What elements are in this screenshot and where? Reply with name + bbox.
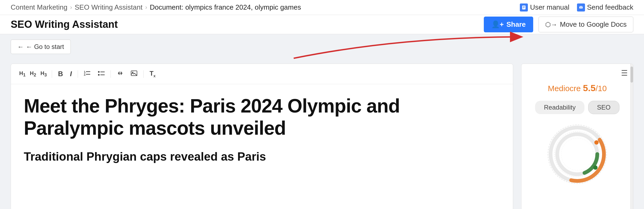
hamburger-menu-icon[interactable]: ☰	[621, 69, 628, 78]
h1-button[interactable]: H1	[17, 69, 28, 79]
italic-button[interactable]: I	[67, 68, 74, 80]
gauge-svg	[535, 117, 620, 186]
score-display: Mediocre 5.5/10	[528, 83, 627, 93]
go-to-start-bar: ← ← Go to start	[0, 34, 644, 54]
scrollbar-thumb[interactable]	[630, 67, 633, 83]
svg-point-11	[98, 74, 100, 76]
heading-buttons: H1 H2 H3	[17, 69, 49, 79]
arrow-left-icon: ←	[17, 43, 24, 51]
image-button[interactable]	[128, 69, 140, 79]
svg-point-23	[593, 165, 598, 170]
breadcrumb-part2[interactable]: SEO Writing Assistant	[75, 3, 143, 11]
breadcrumb-part1[interactable]: Content Marketing	[11, 3, 67, 11]
editor-toolbar: H1 H2 H3 B I 1. 2.	[11, 64, 513, 84]
user-manual-label: User manual	[530, 3, 569, 11]
share-icon: 👤+	[491, 20, 504, 29]
svg-text:2.: 2.	[84, 73, 86, 76]
tab-readability[interactable]: Readability	[535, 101, 584, 114]
svg-point-22	[594, 140, 599, 145]
send-feedback-label: Send feedback	[587, 3, 633, 11]
clear-format-button[interactable]: Tx	[147, 68, 158, 80]
h3-button[interactable]: H3	[38, 69, 49, 79]
ordered-list-icon: 1. 2.	[84, 70, 91, 76]
seo-label: SEO	[597, 104, 611, 111]
breadcrumb-current: Document: olympics france 2024, olympic …	[150, 3, 301, 11]
score-tabs: Readability SEO	[521, 101, 633, 114]
editor-panel: H1 H2 H3 B I 1. 2.	[11, 64, 513, 209]
toolbar-separator-1	[52, 70, 52, 78]
h2-button[interactable]: H2	[28, 69, 38, 79]
breadcrumb-sep1: ›	[70, 4, 72, 11]
bold-button[interactable]: B	[55, 68, 66, 80]
google-docs-icon: ⬡→	[545, 21, 557, 28]
svg-point-9	[98, 71, 100, 73]
readability-label: Readability	[544, 104, 576, 111]
top-nav-actions: User manual Send feedback	[520, 3, 633, 11]
editor-title: Meet the Phryges: Paris 2024 Olympic and…	[24, 95, 500, 139]
send-feedback-link[interactable]: Send feedback	[577, 3, 633, 11]
unordered-list-icon	[98, 70, 105, 76]
google-docs-button[interactable]: ⬡→ Move to Google Docs	[539, 17, 633, 32]
right-panel: ☰ Mediocre 5.5/10 Readability SEO	[521, 64, 633, 209]
breadcrumb: Content Marketing › SEO Writing Assistan…	[11, 3, 301, 11]
editor-body[interactable]: Meet the Phryges: Paris 2024 Olympic and…	[11, 84, 513, 209]
top-navigation: Content Marketing › SEO Writing Assistan…	[0, 0, 644, 15]
tab-seo[interactable]: SEO	[588, 101, 619, 114]
book-icon	[520, 3, 528, 11]
gauge-chart	[521, 117, 633, 192]
svg-rect-0	[522, 5, 526, 9]
title-bar: SEO Writing Assistant 👤+ Share ⬡→ Move t…	[0, 15, 644, 34]
feedback-icon	[577, 3, 585, 11]
main-content: H1 H2 H3 B I 1. 2.	[0, 54, 644, 209]
image-icon	[131, 70, 138, 76]
unordered-list-button[interactable]	[95, 69, 107, 79]
link-button[interactable]	[114, 69, 126, 79]
google-docs-label: Move to Google Docs	[560, 20, 627, 29]
user-manual-link[interactable]: User manual	[520, 3, 569, 11]
score-section: Mediocre 5.5/10	[521, 78, 633, 96]
svg-point-17	[561, 138, 593, 170]
go-to-start-label: ← Go to start	[26, 43, 64, 51]
scrollbar-track	[630, 64, 633, 209]
share-label: Share	[506, 20, 526, 29]
go-to-start-button[interactable]: ← ← Go to start	[11, 40, 71, 54]
editor-subtitle: Traditional Phrygian caps revealed as Pa…	[24, 149, 500, 164]
ordered-list-button[interactable]: 1. 2.	[81, 69, 93, 79]
page-title: SEO Writing Assistant	[11, 19, 118, 30]
title-bar-actions: 👤+ Share ⬡→ Move to Google Docs	[484, 17, 633, 32]
right-panel-header: ☰	[521, 64, 633, 78]
link-icon	[117, 70, 124, 76]
breadcrumb-sep2: ›	[145, 4, 147, 11]
share-button[interactable]: 👤+ Share	[484, 17, 533, 32]
toolbar-separator-2	[78, 70, 78, 78]
toolbar-separator-3	[111, 70, 111, 78]
toolbar-separator-4	[143, 70, 144, 78]
